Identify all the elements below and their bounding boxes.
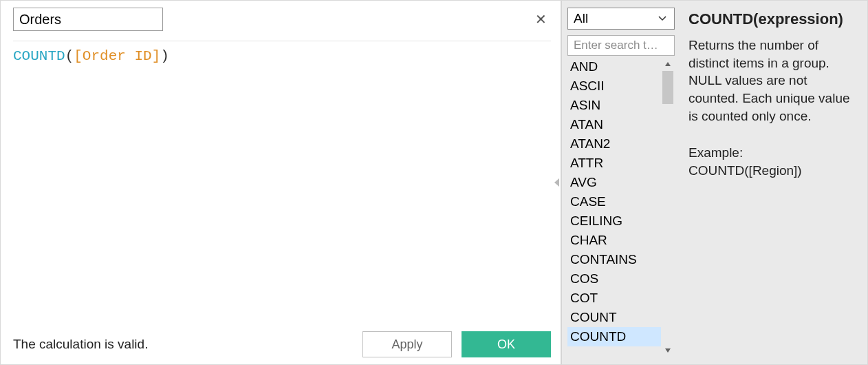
- function-search-input[interactable]: [567, 35, 675, 56]
- collapse-handle-icon[interactable]: [553, 175, 561, 190]
- close-icon[interactable]: ✕: [531, 12, 551, 26]
- editor-footer: The calculation is valid. Apply OK: [13, 324, 551, 357]
- chevron-down-icon: [656, 12, 669, 25]
- token-field: [Order ID]: [74, 48, 160, 64]
- scroll-thumb[interactable]: [662, 71, 673, 104]
- function-item[interactable]: AVG: [567, 173, 661, 192]
- scroll-down-icon[interactable]: [661, 344, 675, 357]
- function-item[interactable]: COUNTD: [567, 327, 661, 346]
- function-item[interactable]: COUNT: [567, 308, 661, 327]
- function-item[interactable]: CEILING: [567, 211, 661, 231]
- function-item[interactable]: CASE: [567, 192, 661, 211]
- svg-marker-2: [665, 348, 671, 353]
- doc-example-label: Example:: [688, 144, 858, 162]
- function-item[interactable]: ATAN2: [567, 134, 661, 154]
- category-select[interactable]: All: [567, 8, 675, 30]
- apply-button[interactable]: Apply: [362, 331, 452, 357]
- scroll-up-icon[interactable]: [661, 57, 675, 71]
- doc-example-code: COUNTD([Region]): [688, 162, 858, 180]
- function-doc: COUNTD(expression) Returns the number of…: [679, 1, 867, 364]
- function-item[interactable]: CHAR: [567, 231, 661, 250]
- function-item[interactable]: ASCII: [567, 76, 661, 96]
- calc-dialog: ✕ COUNTD([Order ID]) The calculation is …: [0, 0, 868, 365]
- function-item[interactable]: ATTR: [567, 154, 661, 173]
- svg-marker-0: [554, 178, 559, 187]
- function-list[interactable]: ANDASCIIASINATANATAN2ATTRAVGCASECEILINGC…: [567, 57, 661, 357]
- title-row: ✕: [13, 8, 551, 31]
- scrollbar[interactable]: [661, 57, 675, 357]
- function-list-column: All ANDASCIIASINATANATAN2ATTRAVGCASECEIL…: [562, 1, 679, 364]
- validation-status: The calculation is valid.: [13, 337, 148, 352]
- function-item[interactable]: COT: [567, 289, 661, 308]
- scroll-track[interactable]: [661, 71, 675, 344]
- function-list-wrap: ANDASCIIASINATANATAN2ATTRAVGCASECEILINGC…: [567, 57, 675, 357]
- function-item[interactable]: CONTAINS: [567, 250, 661, 269]
- calc-name-input[interactable]: [13, 8, 163, 31]
- ok-button[interactable]: OK: [462, 331, 551, 357]
- token-close-paren: ): [160, 48, 169, 64]
- function-item[interactable]: AND: [567, 57, 661, 76]
- token-open-paren: (: [65, 48, 74, 64]
- token-function: COUNTD: [13, 48, 65, 64]
- svg-marker-1: [665, 62, 671, 66]
- function-item[interactable]: ASIN: [567, 96, 661, 115]
- category-select-value: All: [574, 11, 588, 26]
- reference-panel: All ANDASCIIASINATANATAN2ATTRAVGCASECEIL…: [561, 1, 867, 364]
- function-item[interactable]: COS: [567, 269, 661, 289]
- doc-description: Returns the number of distinct items in …: [688, 36, 858, 125]
- divider: [13, 41, 551, 41]
- formula-editor[interactable]: COUNTD([Order ID]): [13, 47, 551, 324]
- doc-signature: COUNTD(expression): [688, 10, 858, 28]
- function-item[interactable]: ATAN: [567, 115, 661, 134]
- editor-panel: ✕ COUNTD([Order ID]) The calculation is …: [1, 1, 561, 364]
